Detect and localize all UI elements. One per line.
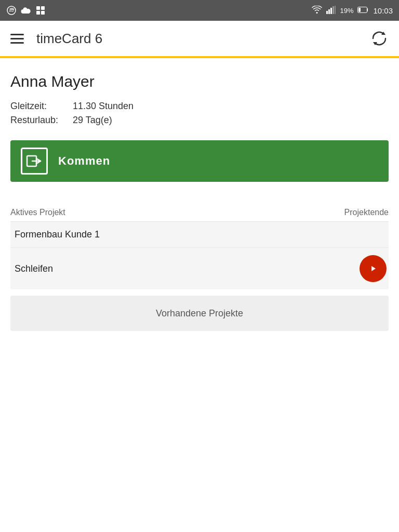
section-title: Aktives Projekt [10, 208, 65, 217]
menu-button[interactable] [8, 32, 26, 46]
battery-text: 19% [340, 7, 353, 15]
time-display: 10:03 [373, 6, 393, 15]
gleitzeit-value: 11.30 Stunden [73, 101, 134, 112]
kommen-button[interactable]: Kommen [10, 140, 389, 182]
status-bar-right-icons: 19% 10:03 [312, 6, 393, 16]
vorhandene-label: Vorhandene Projekte [156, 308, 243, 319]
signal-icon [326, 6, 336, 16]
resturlaub-label: Resturlaub: [10, 115, 73, 126]
status-bar: 19% 10:03 [0, 0, 399, 21]
svg-rect-9 [335, 6, 336, 14]
kommen-icon-box [21, 148, 48, 175]
projects-section-header: Aktives Projekt Projektende [10, 203, 389, 222]
vorhandene-projekte-button[interactable]: Vorhandene Projekte [10, 296, 389, 331]
resturlaub-row: Resturlaub: 29 Tag(e) [10, 115, 389, 126]
svg-point-0 [7, 6, 16, 15]
main-project-row: Formenbau Kunde 1 [10, 222, 389, 248]
svg-rect-8 [332, 6, 334, 14]
status-bar-left-icons [6, 5, 46, 16]
wifi-icon [312, 6, 322, 16]
svg-rect-3 [36, 11, 40, 15]
stop-project-button[interactable] [360, 255, 387, 282]
svg-rect-7 [330, 8, 332, 14]
main-project-name: Formenbau Kunde 1 [10, 229, 100, 240]
svg-rect-6 [328, 9, 330, 14]
gleitzeit-label: Gleitzeit: [10, 101, 73, 112]
gleitzeit-row: Gleitzeit: 11.30 Stunden [10, 101, 389, 112]
battery-icon [357, 7, 369, 15]
svg-rect-2 [41, 6, 45, 10]
section-action: Projektende [344, 208, 389, 217]
sub-project-row[interactable]: Schleifen [10, 248, 389, 289]
main-content: Anna Mayer Gleitzeit: 11.30 Stunden Rest… [0, 58, 399, 341]
spotify-icon [6, 5, 17, 16]
svg-rect-11 [358, 8, 361, 12]
app-title: timeCard 6 [36, 31, 102, 47]
projects-list: Formenbau Kunde 1 Schleifen [10, 222, 389, 289]
svg-rect-5 [326, 11, 328, 14]
kommen-label: Kommen [58, 154, 110, 168]
svg-rect-4 [41, 11, 45, 15]
cloud-icon [21, 5, 31, 16]
svg-rect-1 [36, 6, 40, 10]
app-bar: timeCard 6 [0, 21, 399, 58]
app-bar-left: timeCard 6 [8, 31, 102, 47]
resturlaub-value: 29 Tag(e) [73, 115, 112, 126]
app-icon [35, 5, 46, 16]
user-name: Anna Mayer [10, 73, 389, 90]
sub-project-name: Schleifen [10, 263, 53, 274]
svg-marker-16 [371, 266, 376, 271]
sync-button[interactable] [368, 27, 391, 50]
